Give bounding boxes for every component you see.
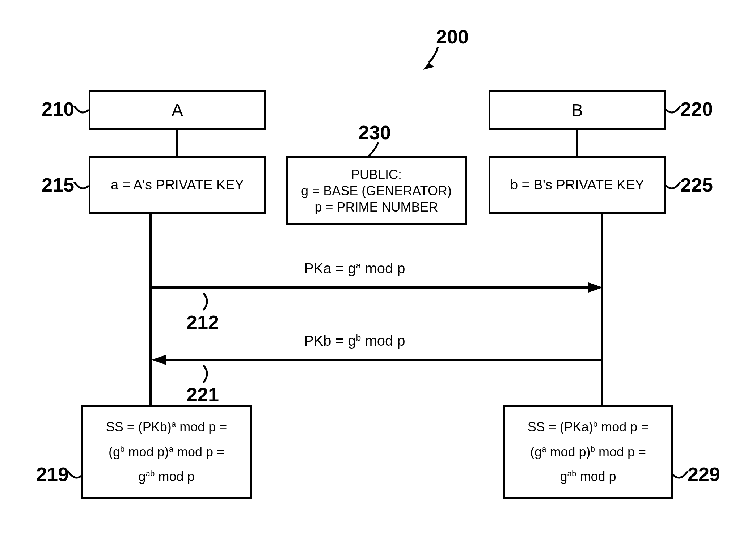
ref-229-leader bbox=[671, 466, 691, 487]
ref-220: 220 bbox=[680, 98, 713, 120]
diagram-stage: 200 A 210 B 220 a = A's PRIVATE KEY 215 … bbox=[0, 0, 756, 541]
ref-221-leader bbox=[200, 365, 218, 384]
party-b-box: B bbox=[489, 90, 666, 130]
public-line2: g = BASE (GENERATOR) bbox=[301, 183, 452, 199]
connector-a-priv bbox=[176, 130, 178, 156]
arrow-pkb bbox=[149, 353, 605, 367]
ref-225: 225 bbox=[680, 174, 713, 196]
label-pkb: PKb = gb mod p bbox=[304, 333, 405, 349]
lifeline-a bbox=[149, 214, 152, 405]
lifeline-b bbox=[601, 214, 603, 405]
svg-marker-4 bbox=[152, 355, 166, 365]
priv-key-b-box: b = B's PRIVATE KEY bbox=[489, 156, 666, 214]
ss-b-line2: (ga mod p)b mod p = bbox=[530, 440, 646, 464]
ss-b-line1: SS = (PKa)b mod p = bbox=[528, 415, 649, 439]
label-pka: PKa = ga mod p bbox=[304, 260, 405, 277]
ss-a-line1: SS = (PKb)a mod p = bbox=[106, 415, 227, 439]
party-a-box: A bbox=[89, 90, 266, 130]
priv-key-a-box: a = A's PRIVATE KEY bbox=[89, 156, 266, 214]
svg-marker-2 bbox=[588, 282, 603, 293]
shared-secret-b-box: SS = (PKa)b mod p = (ga mod p)b mod p = … bbox=[503, 405, 673, 499]
ref-215-leader bbox=[72, 176, 92, 198]
svg-marker-0 bbox=[423, 63, 434, 70]
public-line3: p = PRIME NUMBER bbox=[314, 199, 438, 215]
ref-230-leader bbox=[366, 142, 387, 158]
ref-220-leader bbox=[664, 101, 684, 122]
ref-219: 219 bbox=[36, 463, 69, 485]
arrow-pka bbox=[149, 280, 605, 295]
ref-212: 212 bbox=[186, 311, 219, 333]
ref-221: 221 bbox=[186, 383, 219, 406]
ref-225-leader bbox=[664, 176, 684, 198]
ref-219-leader bbox=[66, 466, 86, 487]
ref-200-hook bbox=[418, 45, 451, 74]
ref-229: 229 bbox=[688, 463, 720, 485]
ref-210-leader bbox=[72, 101, 92, 122]
connector-b-priv bbox=[576, 130, 578, 156]
ss-a-line3: gab mod p bbox=[139, 464, 195, 489]
ref-200: 200 bbox=[436, 25, 469, 48]
ss-b-line3: gab mod p bbox=[560, 464, 616, 489]
ref-230: 230 bbox=[358, 121, 391, 144]
public-line1: PUBLIC: bbox=[351, 166, 402, 183]
ref-215: 215 bbox=[42, 174, 74, 196]
public-params-box: PUBLIC: g = BASE (GENERATOR) p = PRIME N… bbox=[286, 156, 467, 225]
ref-210: 210 bbox=[42, 98, 74, 120]
ss-a-line2: (gb mod p)a mod p = bbox=[109, 440, 224, 464]
shared-secret-a-box: SS = (PKb)a mod p = (gb mod p)a mod p = … bbox=[81, 405, 252, 499]
ref-212-leader bbox=[200, 292, 218, 312]
